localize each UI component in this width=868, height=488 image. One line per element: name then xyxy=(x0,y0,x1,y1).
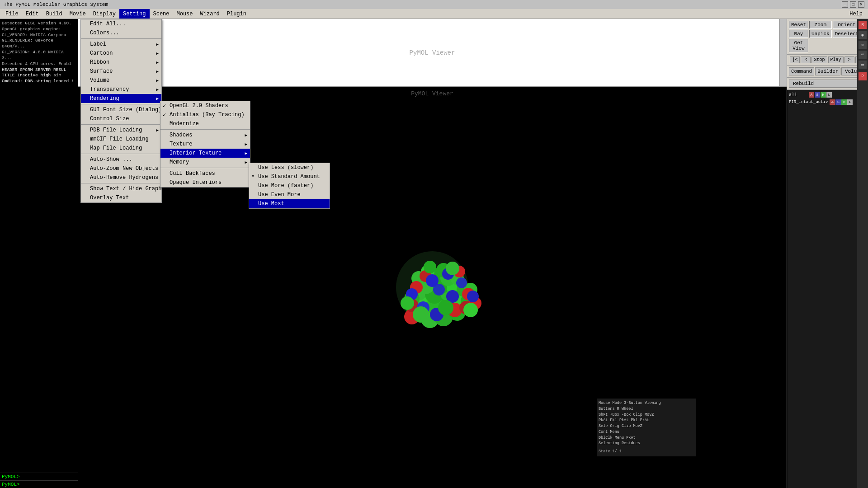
svg-point-39 xyxy=(426,274,439,287)
menu-opengl-shaders[interactable]: OpenGL 2.0 Shaders xyxy=(160,101,250,110)
command-button[interactable]: Command xyxy=(789,67,814,75)
molecule-display xyxy=(346,220,518,355)
icon-2[interactable]: ◉ xyxy=(859,31,867,39)
menu-colors[interactable]: Colors... xyxy=(81,28,161,38)
menu-build[interactable]: Build xyxy=(42,9,66,19)
mol-viewer-label: PyMOL Viewer xyxy=(411,90,453,97)
play-next-button[interactable]: > xyxy=(844,56,854,63)
sep4 xyxy=(81,154,161,154)
zoom-button[interactable]: Zoom xyxy=(809,21,832,29)
builder-button[interactable]: Builder xyxy=(815,67,840,75)
menu-opaque-interiors[interactable]: Opaque Interiors xyxy=(160,178,250,187)
ray-button[interactable]: Ray xyxy=(789,30,808,38)
menu-auto-show[interactable]: Auto-Show ... xyxy=(81,155,161,164)
playback-row: |< < Stop Play > >| xyxy=(787,55,868,66)
menu-mmcif-loading[interactable]: mmCIF File Loading xyxy=(81,135,161,144)
icon-4[interactable]: ∞ xyxy=(859,51,867,59)
menu-cull-backfaces[interactable]: Cull Backfaces xyxy=(160,169,250,178)
menu-ribbon[interactable]: Ribbon xyxy=(81,58,161,67)
menu-edit-all[interactable]: Edit All... xyxy=(81,19,161,28)
rendering-submenu: OpenGL 2.0 Shaders Antialias (Ray Tracin… xyxy=(160,101,250,188)
menu-auto-zoom[interactable]: Auto-Zoom New Objects xyxy=(81,164,161,173)
right-toolbar: Reset Zoom Orient Draw Ray Unpick Desele… xyxy=(787,19,868,488)
icon-r[interactable]: R xyxy=(859,72,867,80)
obj-pir-H[interactable]: H xyxy=(841,99,847,105)
object-pir-controls: A S H L xyxy=(830,99,853,105)
play-button[interactable]: Play xyxy=(828,56,844,63)
object-list: all A S H L PIR_intact_activ A S H L xyxy=(787,90,868,488)
menu-help[interactable]: Help xyxy=(846,9,866,19)
menu-plugin[interactable]: Plugin xyxy=(223,9,250,19)
menu-overlay[interactable]: Overlay Text xyxy=(81,193,161,202)
mem-use-more[interactable]: Use More (faster) xyxy=(249,181,330,190)
icon-1[interactable]: R xyxy=(859,21,867,29)
menu-label[interactable]: Label xyxy=(81,40,161,49)
obj-all-H[interactable]: H xyxy=(821,92,826,98)
menu-volume[interactable]: Volume xyxy=(81,76,161,85)
menu-map-loading[interactable]: Map File Loading xyxy=(81,144,161,153)
left-panel: Detected GLSL version 4.60. OpenGL graph… xyxy=(0,19,78,488)
memory-submenu: Use Less (slower) •Use Standard Amount U… xyxy=(249,163,330,209)
mouse-mode-panel: Mouse Mode 3-Button Viewing Buttons R Wh… xyxy=(597,399,696,456)
menu-wizard[interactable]: Wizard xyxy=(197,9,223,19)
obj-pir-S[interactable]: S xyxy=(835,99,841,105)
menu-memory[interactable]: Memory xyxy=(160,158,250,167)
svg-point-46 xyxy=(401,296,414,310)
minimize-button[interactable]: _ xyxy=(842,1,848,8)
menu-mouse[interactable]: Mouse xyxy=(173,9,197,19)
object-pir-row: PIR_intact_activ A S H L xyxy=(789,99,866,105)
mem-use-even-more[interactable]: Use Even More xyxy=(249,190,330,199)
menu-transparency[interactable]: Transparency xyxy=(81,85,161,94)
maximize-button[interactable]: □ xyxy=(850,1,856,8)
menu-antialias[interactable]: Antialias (Ray Tracing) xyxy=(160,110,250,119)
menu-pdb-loading[interactable]: PDB File Loading xyxy=(81,126,161,135)
menu-texture[interactable]: Texture xyxy=(160,140,250,149)
get-view-button[interactable]: Get View xyxy=(789,39,808,52)
stop-button[interactable]: Stop xyxy=(811,56,827,63)
menu-modernize[interactable]: Modernize xyxy=(160,119,250,128)
obj-all-A[interactable]: A xyxy=(809,92,814,98)
rebuild-row: Rebuild xyxy=(787,78,868,90)
obj-all-L[interactable]: L xyxy=(826,92,832,98)
menu-rendering[interactable]: Rendering xyxy=(81,94,161,103)
menu-bar: File Edit Build Movie Display Setting Sc… xyxy=(0,9,868,19)
menu-shadows[interactable]: Shadows xyxy=(160,131,250,140)
top-viewer-scroll[interactable] xyxy=(779,19,787,86)
rsep2 xyxy=(160,168,250,168)
mem-use-most[interactable]: Use Most xyxy=(249,199,330,208)
console-input: PyMOL> xyxy=(0,473,78,480)
menu-control-size[interactable]: Control Size xyxy=(81,114,161,123)
sep3 xyxy=(81,124,161,125)
menu-interior-texture[interactable]: Interior Texture xyxy=(160,149,250,158)
svg-point-41 xyxy=(456,277,467,288)
play-start-button[interactable]: |< xyxy=(790,56,800,63)
menu-surface[interactable]: Surface xyxy=(81,67,161,76)
menu-display[interactable]: Display xyxy=(90,9,119,19)
title-text: The PyMOL Molecular Graphics System xyxy=(4,2,108,7)
obj-pir-L[interactable]: L xyxy=(847,99,853,105)
menu-file[interactable]: File xyxy=(2,9,22,19)
menu-gui-font[interactable]: GUI Font Size (Dialog) xyxy=(81,105,161,114)
reset-button[interactable]: Reset xyxy=(789,21,808,29)
play-prev-button[interactable]: < xyxy=(801,56,811,63)
unpick-button[interactable]: Unpick xyxy=(809,30,832,38)
title-bar-controls: _ □ × xyxy=(842,1,864,8)
sep1 xyxy=(81,38,161,39)
close-button[interactable]: × xyxy=(858,1,864,8)
obj-all-S[interactable]: S xyxy=(815,92,820,98)
mem-use-standard[interactable]: •Use Standard Amount xyxy=(249,172,330,181)
object-all-row: all A S H L xyxy=(789,92,866,98)
object-all-controls: A S H L xyxy=(809,92,832,98)
obj-pir-A[interactable]: A xyxy=(830,99,835,105)
mem-use-less[interactable]: Use Less (slower) xyxy=(249,163,330,172)
icon-3[interactable]: ⊕ xyxy=(859,41,867,49)
menu-edit[interactable]: Edit xyxy=(22,9,42,19)
menu-movie[interactable]: Movie xyxy=(66,9,90,19)
menu-cartoon[interactable]: Cartoon xyxy=(81,49,161,58)
menu-setting[interactable]: Setting xyxy=(119,9,149,19)
menu-show-text[interactable]: Show Text / Hide Graphics [Esc] xyxy=(81,184,161,193)
rebuild-button[interactable]: Rebuild xyxy=(789,80,866,88)
icon-5[interactable]: ☰ xyxy=(859,61,867,69)
menu-auto-remove[interactable]: Auto-Remove Hydrogens xyxy=(81,173,161,182)
menu-scene[interactable]: Scene xyxy=(150,9,173,19)
